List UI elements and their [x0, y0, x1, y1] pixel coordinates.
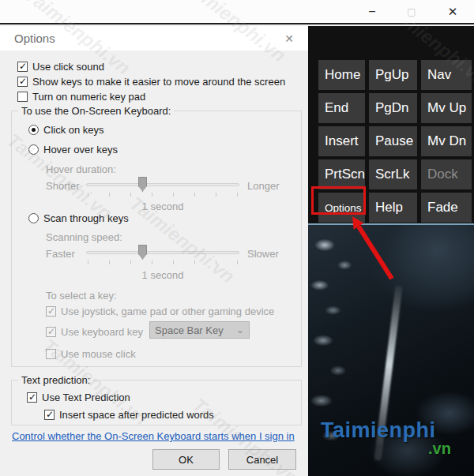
- radio-icon[interactable]: [28, 144, 39, 155]
- close-icon[interactable]: ✕: [439, 0, 466, 23]
- osk-key-home[interactable]: Home: [318, 60, 365, 90]
- dialog-close-icon[interactable]: ✕: [281, 31, 297, 47]
- checkbox-show-keys[interactable]: Show keys to make it easier to move arou…: [17, 76, 285, 88]
- checkbox-insert-space[interactable]: Insert space after predicted words: [44, 409, 214, 421]
- use-keyboard-group: To use the On-Screen Keyboard: Click on …: [11, 111, 302, 367]
- checkbox-label: Insert space after predicted words: [59, 409, 214, 421]
- osk-key-scrlk[interactable]: ScrLk: [369, 159, 417, 189]
- scan-faster-label: Faster: [46, 248, 75, 260]
- osk-key-prtscn[interactable]: PrtScn: [318, 159, 365, 189]
- scan-slower-label: Slower: [247, 248, 279, 260]
- maximize-icon[interactable]: ▢: [398, 0, 425, 23]
- checkbox-use-click-sound[interactable]: Use click sound: [17, 61, 104, 73]
- checkbox-icon[interactable]: [27, 392, 37, 403]
- osk-key-nav[interactable]: Nav: [421, 60, 472, 90]
- checkbox-joystick: Use joystick, game pad or other gaming d…: [46, 305, 274, 317]
- checkbox-icon: [46, 327, 56, 337]
- osk-panel: Home PgUp Nav End PgDn Mv Up Insert Paus…: [308, 26, 474, 476]
- radio-icon[interactable]: [28, 213, 39, 223]
- minimize-icon[interactable]: −: [359, 0, 386, 23]
- hover-longer-label: Longer: [247, 180, 279, 192]
- select-key-label: To select a key:: [46, 290, 117, 302]
- checkbox-label: Turn on numeric key pad: [32, 91, 145, 103]
- radio-hover-over-keys[interactable]: Hover over keys: [28, 144, 118, 156]
- radio-label: Hover over keys: [43, 144, 118, 156]
- watermark-suffix: .vn: [428, 440, 451, 458]
- dialog-titlebar: Options ✕: [0, 26, 308, 51]
- osk-key-insert[interactable]: Insert: [318, 126, 365, 156]
- checkbox-label: Use joystick, game pad or other gaming d…: [61, 305, 274, 317]
- scanning-speed-value: 1 second: [86, 269, 239, 281]
- red-highlight-box: [311, 186, 366, 215]
- checkbox-icon[interactable]: [17, 92, 28, 102]
- checkbox-label: Use click sound: [32, 61, 104, 73]
- checkbox-numeric-keypad[interactable]: Turn on numeric key pad: [17, 91, 145, 103]
- checkbox-label: Show keys to make it easier to move arou…: [32, 76, 285, 88]
- checkbox-label: Use mouse click: [61, 348, 136, 360]
- osk-key-pgdn[interactable]: PgDn: [369, 93, 417, 123]
- radio-click-on-keys[interactable]: Click on keys: [28, 124, 104, 136]
- startup-settings-link[interactable]: Control whether the On-Screen Keyboard s…: [12, 430, 295, 442]
- hover-duration-label: Hover duration:: [46, 163, 116, 175]
- watermark-brand: Taimienphi: [321, 418, 436, 443]
- checkbox-icon[interactable]: [44, 410, 55, 420]
- cancel-button[interactable]: Cancel: [228, 449, 296, 470]
- checkbox-label: Use keyboard key: [61, 326, 143, 338]
- osk-key-help[interactable]: Help: [369, 193, 417, 223]
- osk-key-fade[interactable]: Fade: [421, 193, 472, 223]
- dialog-title: Options: [14, 32, 55, 45]
- checkbox-icon: [46, 306, 56, 317]
- slider-ticks: [88, 260, 239, 264]
- checkbox-keyboard-key: Use keyboard key: [46, 326, 143, 338]
- radio-label: Click on keys: [43, 124, 104, 136]
- radio-scan-through-keys[interactable]: Scan through keys: [28, 212, 129, 224]
- scanning-speed-label: Scanning speed:: [46, 231, 122, 243]
- slider-ticks: [88, 193, 239, 197]
- hover-shorter-label: Shorter: [46, 180, 80, 192]
- checkbox-icon[interactable]: [17, 62, 28, 72]
- group-title: Text prediction:: [18, 374, 93, 386]
- slider-thumb[interactable]: [138, 177, 147, 192]
- osk-key-dock[interactable]: Dock: [421, 159, 472, 189]
- osk-key-pgup[interactable]: PgUp: [369, 60, 417, 90]
- osk-key-pause[interactable]: Pause: [369, 126, 417, 156]
- dropdown-value: Space Bar Key: [155, 324, 224, 336]
- checkbox-mouse-click: Use mouse click: [46, 348, 136, 360]
- ok-button[interactable]: OK: [152, 449, 220, 470]
- osk-key-end[interactable]: End: [318, 93, 365, 123]
- hover-duration-slider[interactable]: [86, 183, 239, 186]
- checkbox-use-text-prediction[interactable]: Use Text Prediction: [27, 392, 130, 403]
- hover-duration-value: 1 second: [86, 201, 239, 212]
- options-dialog: Options ✕ Use click sound Show keys to m…: [0, 26, 308, 476]
- slider-thumb[interactable]: [138, 245, 147, 260]
- host-titlebar: − ▢ ✕: [0, 0, 474, 24]
- text-prediction-group: Text prediction: Use Text Prediction Ins…: [11, 380, 302, 425]
- scanning-speed-slider[interactable]: [86, 251, 239, 254]
- radio-icon[interactable]: [28, 125, 39, 135]
- checkbox-icon[interactable]: [17, 77, 28, 87]
- osk-key-mvdn[interactable]: Mv Dn: [421, 126, 472, 156]
- checkbox-icon: [46, 349, 56, 359]
- chevron-down-icon: ⌄: [236, 324, 244, 335]
- osk-key-mvup[interactable]: Mv Up: [421, 93, 472, 123]
- checkbox-label: Use Text Prediction: [42, 392, 130, 403]
- group-title: To use the On-Screen Keyboard:: [18, 105, 174, 117]
- radio-label: Scan through keys: [43, 212, 129, 224]
- keyboard-key-dropdown: Space Bar Key ⌄: [149, 321, 250, 339]
